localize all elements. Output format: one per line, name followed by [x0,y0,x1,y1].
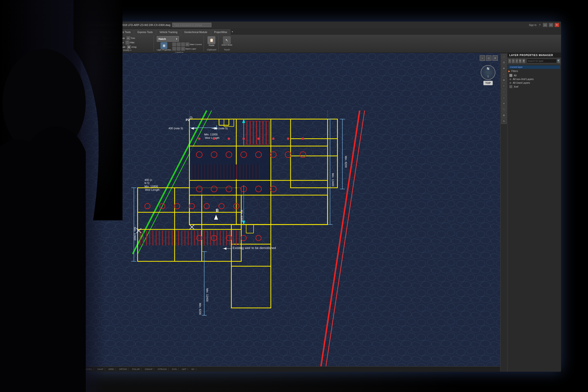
filter-all[interactable]: All [508,74,560,77]
layer-icon-5[interactable] [177,47,181,51]
layer-properties-icon: ▦ [163,44,165,47]
status-dyn[interactable]: DYN [171,368,178,370]
ribbon: / ⌒ ○ Draw ▾ [81,35,561,53]
svg-text:Min. 8200: Min. 8200 [344,156,347,168]
rect-icon[interactable] [89,41,93,44]
layers-tools: Hatch ▼ ▦ Layer Properties [157,36,202,51]
rotate-btn[interactable]: ↻ Rotate [114,36,125,40]
rt-btn-8[interactable]: ⌂ [501,95,507,100]
trim-btn[interactable]: ✂ Trim [126,36,135,40]
move-label: Move [107,37,113,40]
more-tabs-icon[interactable]: ▾ [232,30,233,33]
match-layer-btn[interactable]: ~ Match Layer [181,47,196,51]
rt-btn-5[interactable]: ⊗ [501,77,507,83]
lp-refresh-btn[interactable]: ↻ [519,59,522,63]
move-btn[interactable]: ✦ Move [103,36,113,40]
search-input[interactable] [172,23,211,27]
layer-icon-2[interactable] [177,42,181,46]
maximize-button[interactable]: □ [549,23,553,27]
ribbon-group-draw: / ⌒ ○ Draw ▾ [83,36,100,52]
array-label: Array [131,46,137,48]
select-mode-btn[interactable]: ↖ Select Mode [222,36,232,46]
mirror-btn[interactable]: ⫴ Mirror [114,41,124,44]
svg-text:Min. 12400: Min. 12400 [134,227,137,240]
make-current-btn[interactable]: ✓ Make Current [186,42,202,46]
modify-row1: ✦ Move ↻ Rotate ✂ Trim [103,36,152,40]
tab-help[interactable]: Help [102,30,114,35]
svg-text:Min. 6200: Min. 6200 [199,303,202,315]
rt-btn-9[interactable]: ✕ [501,101,507,106]
layer-current-indicator: Current layer [508,65,560,69]
scale-btn[interactable]: ⇲ Scale [116,45,126,49]
status-sc[interactable]: SC [190,368,196,370]
tab-vehicle-tracking[interactable]: Vehicle Tracking [156,30,181,35]
layer-properties-panel: LAYER PROPERTIES MANAGER + × ✓ ↻ ⚙ 🔍 Cur… [507,53,561,372]
rt-btn-1[interactable]: ⬚ [501,54,507,59]
layer-icon-3[interactable] [181,42,185,46]
svg-text:te 5): te 5) [145,182,150,184]
rt-btn-7[interactable]: − [501,89,507,94]
viewport-close-btn[interactable]: × [492,55,498,61]
array-btn[interactable]: ⊞ Array [127,45,137,49]
tab-geotechnical[interactable]: Geotechnical Module [181,30,210,35]
line-icon[interactable]: / [85,36,89,40]
lp-settings-btn[interactable]: ⚙ [522,59,525,63]
status-model[interactable]: MODEL [83,368,94,370]
svg-point-237 [243,138,245,140]
paste-btn[interactable]: 📋 Paste [208,36,215,46]
minimize-button[interactable]: — [543,23,547,27]
cad-viewport[interactable]: ⊙ P2 400 (note 5) 400 (note 5) Min. 1180… [81,53,500,372]
status-osnap[interactable]: OSNAP [143,368,154,370]
lp-search-btn[interactable]: 🔍 [557,59,560,63]
status-polar[interactable]: POLAR [131,368,141,370]
close-button[interactable]: ✕ [555,23,559,27]
layer-icon-1[interactable] [172,42,176,46]
status-otrack[interactable]: OTRACK [156,368,169,370]
fillet-btn[interactable]: ⌒ Fillet [126,41,135,44]
tab-express-tools[interactable]: Express Tools [134,30,156,35]
polyline-icon[interactable]: ⌒ [89,36,93,40]
draw-row2 [85,41,98,44]
help-icon[interactable]: ? [539,24,540,26]
status-lwt[interactable]: LWT [180,368,188,370]
rt-btn-11[interactable]: ⊞ [501,113,507,118]
filter-used[interactable]: ⊘ All Used Layers [508,81,560,85]
filter-non-xref[interactable]: ⊘ All non-Xref Layers [508,77,560,81]
lp-set-current-btn[interactable]: ✓ [515,59,518,63]
viewport-minimize-btn[interactable]: − [480,55,485,61]
status-snap[interactable]: SNAP [96,368,105,370]
status-grid[interactable]: GRID [107,368,116,370]
hatch-chevron-icon: ▼ [176,38,178,40]
rt-btn-12[interactable]: ↯ [501,118,507,124]
rt-btn-3[interactable]: ⊕ [501,66,507,71]
viewport-restore-btn[interactable]: □ [486,55,491,61]
ribbon-tab-bar: InfraWorks Help Raster Tools Express Too… [81,28,561,35]
layer-properties-btn[interactable]: ▦ Layer Properties [157,42,171,51]
layer-search-input[interactable] [527,59,557,63]
stretch-btn[interactable]: ↔ Stretch [103,45,114,49]
top-view-btn[interactable]: TOP [483,81,493,85]
tab-projectwise[interactable]: ProjectWise [211,30,230,35]
layer-icon-4[interactable] [172,47,176,51]
rt-btn-6[interactable]: + [501,83,507,89]
svg-rect-161 [237,147,270,180]
hatch-dropdown[interactable]: Hatch ▼ [157,36,179,42]
svg-text:Min. 12400: Min. 12400 [206,288,209,302]
sign-in-link[interactable]: Sign In [529,24,536,26]
status-ortho[interactable]: ORTHO [118,368,129,370]
tab-infraworks[interactable]: InfraWorks [83,30,102,35]
rt-btn-4[interactable]: ↕ [501,72,507,77]
hatch-small-icon[interactable] [94,41,98,44]
copy-btn[interactable]: ⧉ Copy [103,41,112,44]
lp-delete-layer-btn[interactable]: × [512,59,514,63]
circle-icon[interactable]: ○ [94,36,98,40]
rt-btn-2[interactable]: ⊡ [501,60,507,65]
arc-icon[interactable] [85,41,89,44]
tab-raster-tools[interactable]: Raster Tools [114,30,134,35]
filter-xref[interactable]: Xref [508,85,560,89]
title-bar: ⬡ Autodesk AutoCAD Civil 3D 2018 LFD-ARP… [81,22,561,28]
rt-btn-10[interactable]: ⬛ [501,107,507,112]
clipboard-tools: 📋 Paste [208,36,215,46]
lp-new-layer-btn[interactable]: + [508,59,511,63]
main-area: ⊙ P2 400 (note 5) 400 (note 5) Min. 1180… [81,53,561,372]
